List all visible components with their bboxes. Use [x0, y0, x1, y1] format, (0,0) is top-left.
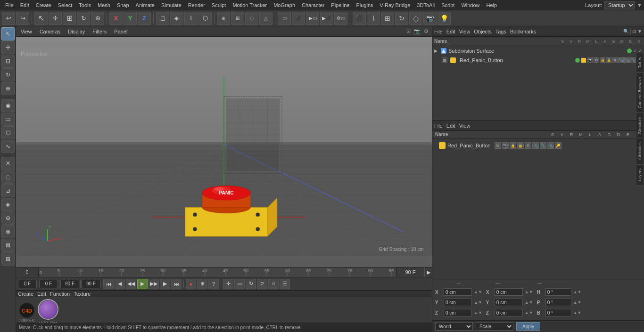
- om-tag-3[interactable]: 🔒: [600, 57, 605, 63]
- poly-mode-button[interactable]: ⬡: [198, 12, 212, 25]
- knife-tool[interactable]: ✕: [1, 157, 15, 170]
- point-mode-button[interactable]: ·◉·: [170, 12, 183, 25]
- tab-content-browser[interactable]: Content Browser: [636, 73, 644, 113]
- vp-icon-settings[interactable]: ⚙: [422, 28, 430, 35]
- size-z-field[interactable]: [495, 309, 523, 316]
- om-item-subdivision[interactable]: ▶ Subdivision Surface ✓ ✓: [432, 46, 644, 56]
- playback-current-field[interactable]: [39, 280, 58, 288]
- snap-button[interactable]: ⊕: [217, 12, 230, 25]
- am-icon-9[interactable]: 🔑: [555, 142, 561, 149]
- menu-item-simulate[interactable]: Simulate: [158, 1, 185, 9]
- om-menu-edit[interactable]: Edit: [446, 29, 455, 34]
- am-object-row[interactable]: Red_Panic_Button ⊡ 📷 🔒 🔒 ⚙ 📎 📎 📎 🔑: [435, 140, 641, 151]
- bevel-tool[interactable]: ◈: [1, 198, 15, 211]
- go-end-button[interactable]: ⏭: [171, 279, 182, 289]
- transform-tool[interactable]: ⊕: [1, 82, 15, 95]
- poly-select-tool[interactable]: ⬡: [1, 126, 15, 139]
- mat-menu-function[interactable]: Function: [50, 291, 70, 297]
- edge-mode-button[interactable]: ⌇: [184, 12, 198, 25]
- menu-item-window[interactable]: Window: [458, 1, 483, 9]
- om-expand-icon[interactable]: ⊡: [632, 29, 636, 34]
- viewport[interactable]: View Cameras Display Filters Panel ⊡ 📷 ⚙: [16, 26, 432, 267]
- extrude-tool[interactable]: ⊿: [1, 184, 15, 197]
- scale-tool[interactable]: ⊡: [1, 55, 15, 68]
- menu-item-3dtoall[interactable]: 3DToAll: [413, 1, 438, 9]
- world-select[interactable]: World: [435, 322, 473, 331]
- playback-start-field[interactable]: [18, 280, 37, 288]
- generator-button[interactable]: ⊞: [381, 12, 394, 25]
- y-axis-button[interactable]: Y: [124, 12, 137, 25]
- scale-tool-button[interactable]: ⊞: [63, 12, 76, 25]
- transform-tool-button[interactable]: ⊕: [91, 12, 104, 25]
- menu-item-file[interactable]: File: [2, 1, 17, 9]
- snap-off-button[interactable]: ◌: [245, 12, 258, 25]
- am-menu-edit[interactable]: Edit: [446, 123, 455, 129]
- pos-x-field[interactable]: [444, 288, 472, 296]
- menu-item-vray[interactable]: V-Ray Bridge: [377, 1, 414, 9]
- am-icon-2[interactable]: 📷: [502, 142, 509, 149]
- bridge-tool[interactable]: ⊖: [1, 211, 15, 225]
- snap-angle-button[interactable]: △: [259, 12, 272, 25]
- tab-structure[interactable]: Structure: [636, 113, 644, 138]
- vp-icon-maximize[interactable]: ⊡: [405, 28, 412, 35]
- select-tool-button[interactable]: ↖: [34, 12, 48, 25]
- help-playback-button[interactable]: ?: [208, 279, 219, 289]
- rot-b-arrow[interactable]: ▲▼: [573, 310, 582, 315]
- size-x-field[interactable]: [495, 288, 523, 296]
- om-item-panic-button[interactable]: Red_Panic_Button 📷 ⚙ 🔒 🔒 ⚙ 📎 📎: [432, 56, 644, 65]
- rotate-playback-button[interactable]: ↻: [246, 279, 256, 289]
- timeline-scrub-button[interactable]: ▶: [424, 267, 432, 277]
- menu-item-mograph[interactable]: MoGraph: [270, 1, 298, 9]
- om-tag-4[interactable]: 🔒: [606, 57, 611, 63]
- om-yellow-indicator[interactable]: [581, 58, 586, 63]
- rect-select-tool[interactable]: ▭: [1, 113, 15, 126]
- om-search-icon[interactable]: 🔍: [623, 29, 629, 34]
- om-tag-5[interactable]: ⚙: [612, 57, 618, 63]
- timeline-frame-end[interactable]: 90 F: [396, 267, 424, 277]
- vp-menu-cameras[interactable]: Cameras: [37, 28, 64, 35]
- rot-h-arrow[interactable]: ▲▼: [573, 290, 582, 294]
- clone-tool[interactable]: ⊞: [1, 252, 15, 266]
- p-button[interactable]: P: [257, 279, 267, 289]
- auto-key-button[interactable]: ⊕: [197, 279, 207, 289]
- menu-item-mesh[interactable]: Mesh: [94, 1, 114, 9]
- mat-menu-texture[interactable]: Texture: [74, 291, 91, 297]
- layout-select[interactable]: Startup: [604, 1, 635, 9]
- rot-p-field[interactable]: [545, 299, 571, 306]
- am-icon-3[interactable]: 🔒: [510, 142, 516, 149]
- om-menu-file[interactable]: File: [434, 29, 443, 34]
- rot-b-field[interactable]: [545, 309, 571, 316]
- play-button[interactable]: ▶: [137, 279, 148, 289]
- pos-z-field[interactable]: [444, 309, 472, 316]
- om-menu-tags[interactable]: Tags: [495, 29, 506, 34]
- scale-playback-button[interactable]: ▭: [234, 279, 245, 289]
- pos-y-field[interactable]: [444, 299, 472, 306]
- tab-layers[interactable]: Layers: [636, 164, 644, 186]
- menu-item-help[interactable]: Help: [483, 1, 501, 9]
- render-anim-button[interactable]: ▶▭: [306, 12, 319, 25]
- free-select-tool[interactable]: ∿: [1, 140, 15, 153]
- om-menu-view[interactable]: View: [459, 29, 471, 34]
- playback-end2-field[interactable]: [82, 280, 100, 288]
- om-menu-bookmarks[interactable]: Bookmarks: [510, 29, 536, 34]
- om-filter-icon[interactable]: ▼: [637, 29, 642, 34]
- tab-takes[interactable]: Takes: [636, 53, 644, 73]
- menu-item-render[interactable]: Render: [185, 1, 208, 9]
- menu-item-motion-tracker[interactable]: Motion Tracker: [229, 1, 270, 9]
- vp-menu-panel[interactable]: Panel: [111, 28, 130, 35]
- render-view-button[interactable]: ⬛: [292, 12, 305, 25]
- timeline-ruler[interactable]: 0 5 10 15 20 25 30 35 40: [39, 267, 396, 277]
- vp-menu-display[interactable]: Display: [65, 28, 88, 35]
- menu-item-snap[interactable]: Snap: [114, 1, 132, 9]
- am-icon-8[interactable]: 📎: [547, 142, 554, 149]
- render-output-button[interactable]: ▶⬛: [320, 12, 333, 25]
- om-expand-arrow[interactable]: ▶: [434, 49, 439, 53]
- am-icon-4[interactable]: 🔒: [517, 142, 524, 149]
- size-z-arrow[interactable]: ▲▼: [525, 310, 533, 315]
- material-item[interactable]: USB_Par: [38, 299, 58, 325]
- rot-p-arrow[interactable]: ▲▼: [573, 300, 582, 305]
- menu-item-sculpt[interactable]: Sculpt: [208, 1, 230, 9]
- move-playback-button[interactable]: ✛: [223, 279, 233, 289]
- menu-item-plugins[interactable]: Plugins: [353, 1, 376, 9]
- deformer-button[interactable]: ↻: [395, 12, 408, 25]
